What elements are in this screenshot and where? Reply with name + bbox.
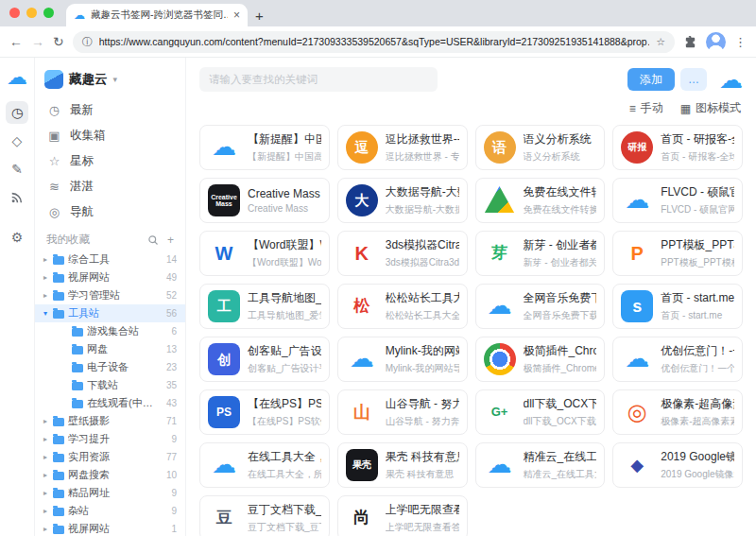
bookmark-card[interactable]: ◆2019 Google镜…2019 Google镜像站点… — [612, 442, 743, 488]
bookmark-card[interactable]: K3ds模拟器Citra3…3ds模拟器Citra3ds列… — [337, 231, 468, 276]
browser-tab[interactable]: ☁ 藏趣云书签网-跨浏览器书签同… × — [66, 4, 248, 26]
sidebar-item-feeds[interactable]: ≋湛湛 — [35, 174, 185, 199]
bookmark-card[interactable]: 研报首页 - 研报客-全…首页 - 研报客-全球靠… — [612, 125, 743, 170]
site-info-icon[interactable]: ⓘ — [82, 35, 93, 49]
reload-button[interactable]: ↻ — [53, 35, 64, 48]
chevron-right-icon[interactable]: ▸ — [42, 453, 49, 461]
extensions-puzzle-icon[interactable] — [683, 35, 697, 49]
bookmark-title: 精准云_在线工具… — [524, 449, 597, 465]
bookmark-card[interactable]: 逗逗比拯救世界--…逗比拯救世界 - 专业的… — [337, 125, 468, 170]
bookmark-card[interactable]: G+dll下载_OCX下…dll下载_OCX下载-脚… — [475, 389, 606, 435]
bookmark-card[interactable]: 果壳果壳 科技有意思果壳 科技有意思 — [337, 442, 468, 488]
bookmark-card[interactable]: 大大数据导航-大数…大数据导航-大数据工… — [337, 178, 468, 223]
bookmark-card[interactable]: 芽新芽 - 创业者都…新芽 - 创业者都关注的… — [475, 231, 606, 276]
history-icon[interactable]: ◷ — [6, 101, 28, 124]
bookmark-card[interactable]: ◎极像素-超高像素…极像素-超高像素素材… — [612, 389, 743, 435]
folder-学习管理站[interactable]: ▸学习管理站52 — [35, 286, 185, 304]
star-icon: ☆ — [47, 154, 61, 168]
search-input[interactable] — [199, 67, 438, 92]
add-bookmark-button[interactable]: 添加 — [627, 68, 675, 91]
folder-综合工具[interactable]: ▸综合工具14 — [35, 251, 185, 268]
folder-电子设备[interactable]: 电子设备23 — [35, 358, 185, 376]
chevron-right-icon[interactable]: ▸ — [42, 489, 49, 497]
bookmark-card[interactable]: ☁全网音乐免费下…全网音乐免费下载 - 音… — [475, 284, 606, 329]
more-options-button[interactable]: … — [680, 68, 707, 91]
search-icon[interactable] — [147, 234, 159, 246]
close-window-button[interactable] — [9, 8, 20, 18]
folder-在线观看(中文版)[interactable]: 在线观看(中文版)43 — [35, 394, 185, 412]
sidebar-item-latest[interactable]: ◷最新 — [35, 97, 185, 123]
icon-mode-toggle[interactable]: ▦ 图标模式 — [680, 100, 741, 116]
bookmark-card[interactable]: ☁精准云_在线工具…精准云_在线工具大全 — [475, 442, 606, 488]
workspace-switcher[interactable]: 藏趣云 ▾ — [35, 67, 185, 92]
bookmark-card[interactable]: PPPT模板_PPT模…PPT模板_PPT模板免费… — [612, 231, 743, 276]
chevron-down-icon[interactable]: ▾ — [42, 309, 49, 318]
folder-下载站[interactable]: 下载站35 — [35, 376, 185, 394]
sidebar-item-starred[interactable]: ☆星标 — [35, 148, 185, 174]
bookmark-card[interactable]: ☁优创伝意门！-一…优创伝意门！一个实用… — [612, 337, 743, 382]
chevron-right-icon[interactable]: ▸ — [42, 435, 49, 443]
bigdata-logo-icon: 大 — [346, 184, 378, 216]
folder-工具站[interactable]: ▾工具站56 — [35, 304, 185, 322]
chevron-right-icon[interactable]: ▸ — [42, 273, 49, 282]
tab-close-icon[interactable]: × — [233, 9, 240, 22]
bookmark-card[interactable]: W【Word联盟】W…【Word联盟】Word20… — [199, 231, 330, 276]
bookmark-card[interactable]: 语语义分析系统语义分析系统 — [475, 125, 606, 170]
forward-button[interactable]: → — [31, 35, 44, 48]
folder-网盘搜索[interactable]: ▸网盘搜索10 — [35, 466, 185, 484]
edit-pen-icon[interactable]: ✎ — [6, 158, 28, 181]
fullscreen-window-button[interactable] — [43, 8, 54, 18]
folder-精品网址[interactable]: ▸精品网址9 — [35, 484, 185, 502]
chevron-right-icon[interactable]: ▸ — [42, 417, 49, 425]
bookmark-card[interactable]: PS【在线PS】PS软…【在线PS】PS软件网页… — [199, 389, 330, 435]
bookmark-card[interactable]: s首页 - start.me首页 - start.me — [612, 284, 743, 329]
folder-杂站[interactable]: ▸杂站9 — [35, 502, 185, 520]
folder-视屏网站[interactable]: ▸视屏网站49 — [35, 268, 185, 286]
folder-实用资源[interactable]: ▸实用资源77 — [35, 448, 185, 466]
folder-壁纸摄影[interactable]: ▸壁纸摄影71 — [35, 412, 185, 430]
bookmark-title: 大数据导航-大数… — [386, 184, 459, 200]
minimize-window-button[interactable] — [26, 8, 37, 18]
bookmark-card[interactable]: ☁FLVCD - 硕鼠官…FLVCD - 硕鼠官网|FLV… — [612, 178, 743, 223]
add-folder-icon[interactable]: + — [167, 233, 174, 247]
sidebar-item-nav[interactable]: ◎导航 — [35, 199, 185, 225]
manual-sort-toggle[interactable]: ≡ 手动 — [629, 100, 663, 116]
bookmark-card[interactable]: ☁在线工具大全，…在线工具大全，所有在… — [199, 442, 330, 488]
chevron-right-icon[interactable]: ▸ — [42, 471, 49, 479]
rss-icon[interactable] — [6, 186, 28, 209]
bookmark-card[interactable]: ☁Mylink-我的网站…Mylink-我的网站导航… — [337, 337, 468, 382]
profile-avatar[interactable] — [706, 32, 726, 52]
bookmark-card[interactable]: 极简插件_Chrom…极简插件_Chrome扩… — [475, 337, 606, 382]
bookmark-card[interactable]: 山山谷导航 - 努力…山谷导航 - 努力奔跑的… — [337, 389, 468, 435]
cloud-icon: ☁ — [484, 449, 516, 481]
bookmark-title: 松松站长工具大… — [386, 290, 459, 306]
chevron-right-icon[interactable]: ▸ — [42, 507, 49, 515]
sync-cloud-icon[interactable]: ☁ — [719, 68, 743, 92]
bookmark-card[interactable]: 创创客贴_广告设计…创客贴_广告设计平面… — [199, 337, 330, 382]
folder-游戏集合站[interactable]: 游戏集合站6 — [35, 322, 185, 340]
folder-网盘[interactable]: 网盘13 — [35, 340, 185, 358]
bookmark-card[interactable]: 尚上学吧无限查看…上学吧无限查看答案… — [337, 495, 468, 536]
tab-strip: ☁ 藏趣云书签网-跨浏览器书签同… × + — [0, 0, 756, 26]
bookmark-title: 上学吧无限查看… — [386, 502, 459, 518]
folder-icon — [53, 472, 64, 480]
bookmark-card[interactable]: 松松松站长工具大…松松站长工具大全-最… — [337, 284, 468, 329]
bookmark-card[interactable]: Creative MassCreative MassCreative Mass — [199, 178, 330, 223]
browser-menu-icon[interactable]: ⋮ — [734, 35, 747, 49]
sidebar-item-inbox[interactable]: ▣收集箱 — [35, 123, 185, 148]
bookmark-card[interactable]: 豆豆丁文档下载_豆…豆丁文档下载_豆丁文… — [199, 495, 330, 536]
back-button[interactable]: ← — [9, 35, 23, 48]
address-bar[interactable]: ⓘ https://www.cangquyun.com/content?menu… — [73, 31, 675, 53]
new-tab-button[interactable]: + — [255, 9, 264, 23]
bookmark-card[interactable]: ☁【新提醒】中国…【新提醒】中国高清近… — [199, 125, 330, 170]
chevron-right-icon[interactable]: ▸ — [42, 291, 49, 300]
chevron-right-icon[interactable]: ▸ — [42, 255, 49, 264]
tag-icon[interactable]: ◇ — [6, 130, 28, 152]
bookmark-card[interactable]: 免费在线文件转…免费在线文件转换器 -… — [475, 178, 606, 223]
settings-gear-icon[interactable]: ⚙ — [6, 226, 28, 249]
bookmark-card[interactable]: 工工具导航地图_爱…工具导航地图_爱笔网 — [199, 284, 330, 329]
folder-视屏网站[interactable]: ▸视屏网站1 — [35, 520, 185, 536]
bookmark-star-icon[interactable]: ☆ — [656, 36, 665, 48]
chevron-right-icon[interactable]: ▸ — [42, 525, 49, 533]
folder-学习提升[interactable]: ▸学习提升9 — [35, 430, 185, 448]
